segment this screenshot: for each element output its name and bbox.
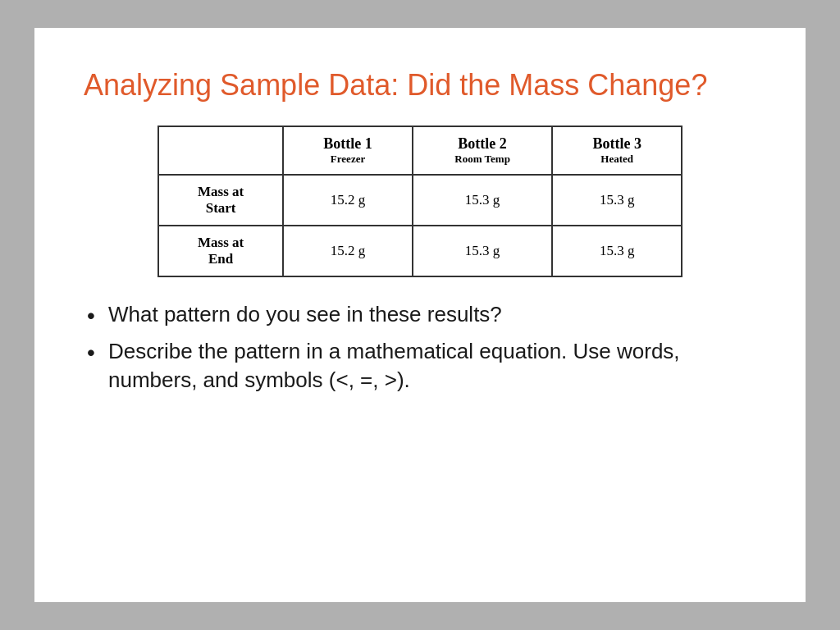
cell-start-bottle3: 15.3 g — [552, 175, 682, 226]
table-row: Mass at End 15.2 g 15.3 g 15.3 g — [158, 226, 682, 276]
cell-start-bottle1: 15.2 g — [283, 175, 413, 226]
cell-end-bottle2: 15.3 g — [413, 226, 553, 276]
bullet-item-2: Describe the pattern in a mathematical e… — [84, 337, 756, 395]
cell-end-bottle1: 15.2 g — [283, 226, 413, 276]
bullet-item-1: What pattern do you see in these results… — [84, 300, 756, 329]
slide: Analyzing Sample Data: Did the Mass Chan… — [34, 28, 806, 602]
slide-title: Analyzing Sample Data: Did the Mass Chan… — [84, 67, 756, 103]
row-label-start: Mass at Start — [158, 175, 283, 226]
cell-start-bottle2: 15.3 g — [413, 175, 553, 226]
header-bottle3: Bottle 3 Heated — [552, 126, 682, 175]
table-container: Bottle 1 Freezer Bottle 2 Room Temp Bott… — [84, 126, 756, 277]
data-table: Bottle 1 Freezer Bottle 2 Room Temp Bott… — [158, 126, 682, 277]
cell-end-bottle3: 15.3 g — [552, 226, 682, 276]
header-empty — [158, 126, 283, 175]
header-bottle1: Bottle 1 Freezer — [283, 126, 413, 175]
header-bottle2: Bottle 2 Room Temp — [413, 126, 553, 175]
table-row: Mass at Start 15.2 g 15.3 g 15.3 g — [158, 175, 682, 226]
row-label-end: Mass at End — [158, 226, 283, 276]
bullet-list: What pattern do you see in these results… — [84, 300, 756, 395]
